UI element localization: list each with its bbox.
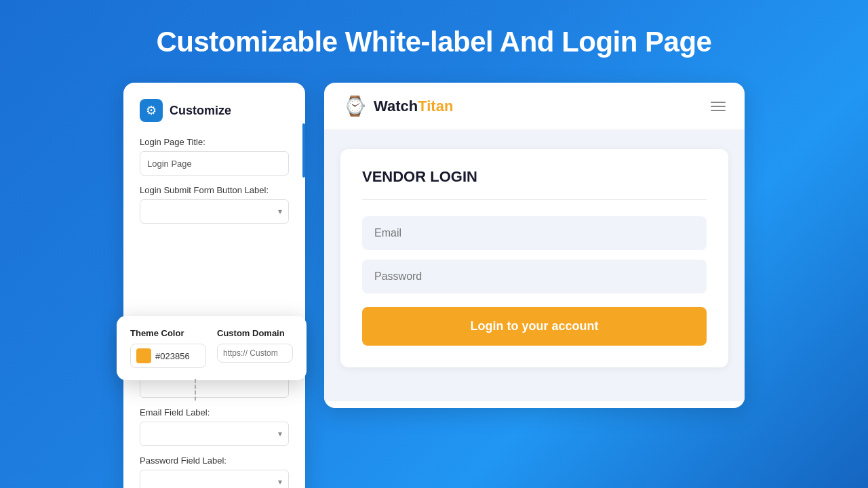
custom-domain-label: Custom Domain [217,328,293,338]
customize-panel: ⚙ Customize Login Page Title: Login Subm… [123,83,305,488]
preview-header: ⌚ WatchTitan [324,83,745,130]
hamburger-line-2 [711,106,726,107]
preview-panel: ⌚ WatchTitan VENDOR LOGIN Login to your … [324,83,745,408]
customize-header: ⚙ Customize [140,99,289,122]
email-input[interactable] [362,216,707,250]
blue-bar [302,123,305,178]
brand-titan: Titan [418,98,453,115]
email-field-select-wrapper [140,422,289,446]
theme-color-label: Theme Color [130,328,206,338]
password-field-select-wrapper [140,470,289,488]
email-field-select[interactable] [140,422,289,446]
login-card: VENDOR LOGIN Login to your account [340,149,728,367]
hamburger-line-3 [711,110,726,111]
login-page-title-input[interactable] [140,151,289,176]
password-input[interactable] [362,260,707,293]
hamburger-line-1 [711,102,726,103]
gear-icon: ⚙ [140,99,163,122]
brand-watch: Watch [374,98,418,115]
email-field-label: Email Field Label: [140,407,289,418]
custom-domain-input[interactable] [217,344,293,363]
brand-logo: ⌚ WatchTitan [343,95,453,117]
color-swatch [136,348,151,363]
watch-icon: ⌚ [343,95,367,117]
page-title: Customizable White-label And Login Page [157,26,712,58]
preview-body: VENDOR LOGIN Login to your account [324,130,745,401]
theme-color-col: Theme Color #023856 [130,328,206,368]
submit-button-select[interactable] [140,199,289,224]
submit-button-label-label: Login Submit Form Button Label: [140,185,289,195]
tooltip-row: Theme Color #023856 Custom Domain [130,328,293,368]
login-button[interactable]: Login to your account [362,307,707,346]
color-input-row[interactable]: #023856 [130,344,206,368]
tooltip-popup: Theme Color #023856 Custom Domain [117,316,307,380]
vendor-login-title: VENDOR LOGIN [362,168,707,200]
hamburger-menu[interactable] [711,102,726,111]
brand-name: WatchTitan [374,98,453,115]
password-field-select[interactable] [140,470,289,488]
custom-domain-col: Custom Domain [217,328,293,363]
main-content: ⚙ Customize Login Page Title: Login Subm… [123,83,745,488]
color-value: #023856 [155,351,190,361]
login-page-title-label: Login Page Title: [140,137,289,147]
password-field-label: Password Field Label: [140,455,289,466]
submit-button-select-wrapper [140,199,289,224]
customize-panel-title: Customize [170,104,231,118]
